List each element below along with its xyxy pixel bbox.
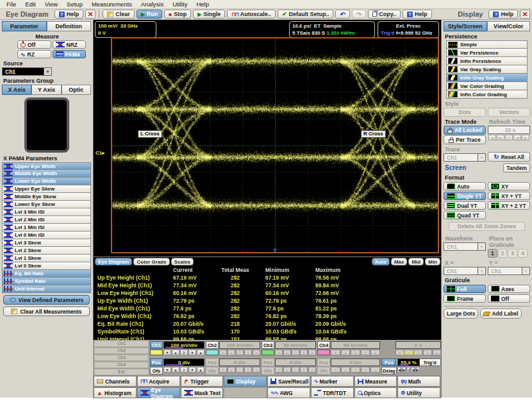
add-label-button[interactable]: Add Label [480, 308, 521, 319]
source-ch2[interactable]: Ch2 [94, 348, 149, 354]
view-auto-button[interactable]: Auto [372, 258, 390, 266]
large-dots-button[interactable]: Large Dots [444, 308, 478, 319]
copy-button[interactable]: Copy.. [368, 10, 401, 19]
persistence-simple[interactable]: Simple [446, 40, 528, 49]
tab-y-axis[interactable]: Y Axis [31, 85, 61, 95]
param-lvl2-skew[interactable]: Lvl 2 Skew [2, 247, 91, 255]
param-lvl1-min-isi[interactable]: Lvl 1 Min ISI [2, 224, 91, 232]
view-mid-button[interactable]: Mid [408, 258, 424, 266]
reset-all-button[interactable]: ↻Reset All [488, 152, 530, 162]
trigger-position-marker[interactable]: T [273, 248, 277, 254]
autoscale-button[interactable]: ⊓⊓Autoscale.. [227, 10, 276, 19]
trace-dropdown[interactable]: Ch1▼ [444, 153, 486, 162]
dots-button[interactable]: Dots [444, 108, 486, 117]
tab-channels[interactable]: Channels [94, 376, 137, 387]
tab-scales[interactable]: Scales [171, 258, 194, 266]
tab-eye-diagram[interactable]: Eye Diagram [137, 387, 180, 398]
rising-edge-icon[interactable]: ↗ [410, 366, 415, 372]
y-source-dropdown[interactable]: Ch1▼ [488, 267, 530, 275]
tab-utility[interactable]: ⚙Utility [397, 387, 440, 398]
persistence-var-gray[interactable]: Var Gray Scaling [446, 65, 528, 74]
format-dual-yt-button[interactable]: Dual YT [444, 201, 486, 210]
persistence-infin[interactable]: Infin Persistence [446, 57, 528, 65]
redo-button[interactable]: ↷ [352, 10, 366, 19]
param-lower-eye-width[interactable]: Lower Eye Width [2, 178, 91, 185]
delete-all-zoom-zones-button[interactable]: Delete All Zoom Zones [449, 222, 525, 231]
spin-left-icon[interactable]: ◀ [488, 135, 496, 140]
param-lvl1-skew[interactable]: Lvl 1 Skew [2, 255, 91, 262]
ch4-button[interactable]: Ch4 [317, 341, 330, 349]
menu-help[interactable]: Help [192, 1, 213, 8]
param-upper-eye-skew[interactable]: Upper Eye Skew [2, 185, 91, 193]
ch1-ofs-button[interactable]: Ofs [150, 367, 163, 375]
increment-icon[interactable]: ▲ [172, 350, 179, 355]
tab-measure[interactable]: Measure [354, 376, 397, 387]
param-lvl3-skew[interactable]: Lvl 3 Skew [2, 239, 91, 247]
ch1-color-swatch[interactable] [150, 350, 163, 355]
menu-setup[interactable]: Setup [63, 1, 87, 8]
source-dropdown[interactable]: Ch1▼ [2, 67, 52, 76]
tab-definition[interactable]: Definition [47, 21, 92, 31]
param-unit-interval[interactable]: Unit Interval [2, 285, 91, 293]
menu-analysis[interactable]: Analysis [137, 1, 167, 8]
source-ch4[interactable]: Ch4 [94, 362, 149, 368]
tab-marker[interactable]: ∿Marker [311, 376, 354, 387]
measure-off-button[interactable]: Off [17, 40, 51, 49]
waveform-dropdown[interactable]: Ch1▼ [444, 242, 486, 251]
view-min-button[interactable]: Min [425, 258, 440, 266]
default-setup-button[interactable]: ✔Default Setup.. [278, 10, 334, 19]
tab-x-axis[interactable]: X Axis [2, 85, 31, 95]
menu-file[interactable]: File [3, 1, 20, 8]
param-lower-eye-skew[interactable]: Lower Eye Skew [2, 201, 91, 208]
vectors-button[interactable]: Vectors [488, 108, 530, 117]
tab-parameter[interactable]: Parameter [2, 21, 47, 31]
clear-all-measurements-button[interactable]: Clear All Measurements [3, 307, 90, 316]
ch2-color-swatch[interactable] [206, 350, 219, 355]
source-ext[interactable]: Ext [94, 369, 149, 375]
place-4-button[interactable]: 4 [518, 249, 528, 258]
display-help-button[interactable]: ?Help [488, 10, 518, 19]
format-quad-yt-button[interactable]: Quad YT [444, 211, 486, 219]
param-lvl2-min-isi[interactable]: Lvl 2 Min ISI [2, 216, 91, 224]
measure-pam4-button[interactable]: PAM4 [53, 50, 87, 58]
tab-trigger[interactable]: ↱Trigger [181, 376, 224, 387]
menu-edit[interactable]: Edit [21, 1, 39, 8]
param-middle-eye-width[interactable]: Middle Eye Width [2, 170, 91, 178]
zero-button[interactable]: 0 [180, 367, 188, 373]
all-locked-button[interactable]: All Locked [444, 126, 486, 135]
tab-save-recall[interactable]: Save/Recall [267, 376, 310, 387]
undo-button[interactable]: ↶ [335, 10, 349, 19]
decrement-icon[interactable]: ▼ [163, 367, 171, 373]
spin-default-button[interactable]: D [505, 135, 513, 140]
spin-right-icon[interactable]: ▶ [522, 135, 529, 140]
run-button[interactable]: ▶Run [137, 10, 163, 19]
fine-increment-icon[interactable]: ▲ [197, 350, 204, 355]
ch3-button[interactable]: Ch3 [262, 341, 274, 349]
decrement-icon[interactable]: ▼ [163, 350, 171, 355]
tab-optic[interactable]: Optic [62, 85, 91, 95]
close-icon[interactable]: ✕ [85, 10, 96, 19]
persistence-var-color[interactable]: Var Color Grading [446, 82, 528, 90]
source-ch3[interactable]: Ch3 [94, 355, 149, 361]
ch4-color-swatch[interactable] [317, 350, 330, 355]
ch2-button[interactable]: Ch2 [206, 341, 219, 349]
param-lvl3-min-isi[interactable]: Lvl 3 Min ISI [2, 208, 91, 216]
menu-view[interactable]: View [41, 1, 62, 8]
single-button[interactable]: ▶Single [193, 10, 225, 19]
format-xy-2yt-button[interactable]: XY + 2 YT [488, 201, 530, 210]
tab-tdr-tdt[interactable]: TDR/TDT [311, 387, 354, 398]
format-xy-button[interactable]: XY [488, 182, 530, 190]
param-middle-eye-skew[interactable]: Middle Eye Skew [2, 193, 91, 201]
clear-button[interactable]: Clear [103, 10, 135, 19]
tab-math[interactable]: f(x)Math [397, 376, 440, 387]
source-ch1[interactable]: Ch1 [94, 341, 149, 347]
fine-decrement-icon[interactable]: ▼ [188, 367, 196, 373]
trigd-button[interactable]: Trig'd [419, 358, 441, 366]
toolbar-help-button[interactable]: ?Help [403, 10, 432, 19]
param-upper-eye-width[interactable]: Upper Eye Width [2, 162, 91, 170]
default-button[interactable]: D [180, 350, 188, 355]
either-edge-icon[interactable]: ✕ [422, 366, 426, 372]
tab-display[interactable]: Display [224, 376, 267, 387]
tab-optics[interactable]: Optics [354, 387, 397, 398]
spin-left-icon[interactable]: ◀ [513, 135, 521, 140]
